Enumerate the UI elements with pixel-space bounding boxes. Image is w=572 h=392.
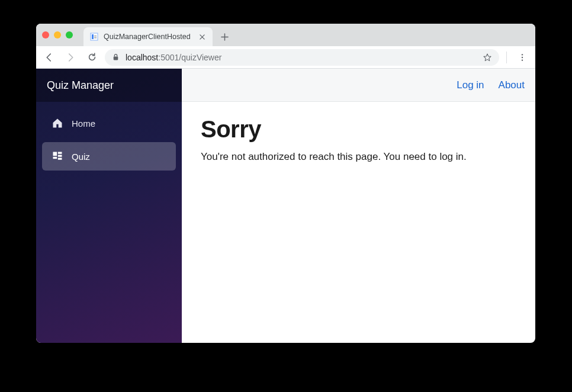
url-port: :5001 [158,53,179,62]
svg-rect-12 [58,158,62,160]
svg-point-5 [522,54,523,55]
url-path: /quizViewer [179,53,221,62]
svg-rect-10 [58,155,62,157]
page-favicon-icon [89,32,99,41]
forward-button[interactable] [62,49,79,66]
sidebar-item-home[interactable]: Home [42,109,176,137]
topbar: Log in About [182,69,535,102]
window-controls [42,31,73,38]
svg-rect-3 [94,37,97,38]
page-message: You're not authorized to reach this page… [201,151,516,163]
browser-toolbar: localhost:5001/quizViewer [36,46,535,69]
sidebar: Quiz Manager Home Quiz [36,69,182,343]
close-tab-button[interactable] [197,32,207,41]
about-link[interactable]: About [499,79,525,91]
address-bar[interactable]: localhost:5001/quizViewer [105,49,499,66]
svg-rect-11 [53,157,57,159]
app-root: Quiz Manager Home Quiz Log in [36,69,535,343]
svg-rect-2 [94,36,97,37]
content-area: Log in About Sorry You're not authorized… [182,69,535,343]
sidebar-item-label: Quiz [72,152,90,162]
browser-tab[interactable]: QuizManagerClientHosted [83,27,213,46]
browser-window: QuizManagerClientHosted localhost:5001/q… [36,24,535,343]
lock-icon [112,53,120,61]
new-tab-button[interactable] [216,28,233,45]
window-close-button[interactable] [42,31,49,38]
svg-point-6 [522,56,523,57]
svg-rect-4 [114,56,118,60]
svg-point-7 [522,59,523,60]
url-host: localhost [126,53,158,62]
reload-button[interactable] [83,49,100,66]
sidebar-item-label: Home [72,118,95,128]
main-content: Sorry You're not authorized to reach thi… [182,102,535,343]
back-button[interactable] [41,49,57,66]
home-icon [52,117,63,129]
bookmark-star-icon[interactable] [483,53,492,62]
page-heading: Sorry [201,116,516,143]
svg-rect-9 [58,152,62,154]
sidebar-nav: Home Quiz [36,102,182,178]
app-brand: Quiz Manager [36,69,182,102]
svg-rect-8 [53,152,57,156]
url-text: localhost:5001/quizViewer [126,53,477,62]
toolbar-separator [506,52,507,63]
svg-rect-1 [92,34,94,39]
sidebar-item-quiz[interactable]: Quiz [42,142,176,171]
svg-rect-0 [91,33,98,40]
browser-tab-title: QuizManagerClientHosted [104,33,197,41]
dashboard-icon [52,150,63,162]
login-link[interactable]: Log in [457,79,484,91]
browser-menu-button[interactable] [514,49,531,66]
window-maximize-button[interactable] [66,31,73,38]
window-minimize-button[interactable] [54,31,61,38]
browser-tabstrip: QuizManagerClientHosted [36,24,535,46]
